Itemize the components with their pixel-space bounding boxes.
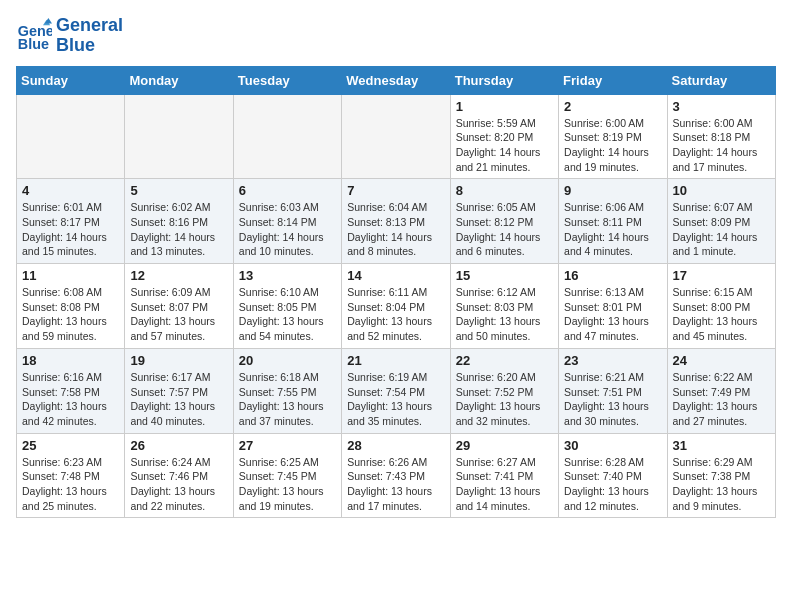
calendar-cell (233, 94, 341, 179)
day-info: Sunrise: 6:11 AMSunset: 8:04 PMDaylight:… (347, 285, 444, 344)
calendar-cell: 9Sunrise: 6:06 AMSunset: 8:11 PMDaylight… (559, 179, 667, 264)
calendar-week-row: 18Sunrise: 6:16 AMSunset: 7:58 PMDayligh… (17, 348, 776, 433)
day-info: Sunrise: 6:09 AMSunset: 8:07 PMDaylight:… (130, 285, 227, 344)
day-number: 16 (564, 268, 661, 283)
calendar-cell (342, 94, 450, 179)
calendar-cell: 28Sunrise: 6:26 AMSunset: 7:43 PMDayligh… (342, 433, 450, 518)
day-info: Sunrise: 6:21 AMSunset: 7:51 PMDaylight:… (564, 370, 661, 429)
calendar-cell: 23Sunrise: 6:21 AMSunset: 7:51 PMDayligh… (559, 348, 667, 433)
calendar-week-row: 4Sunrise: 6:01 AMSunset: 8:17 PMDaylight… (17, 179, 776, 264)
calendar-cell: 13Sunrise: 6:10 AMSunset: 8:05 PMDayligh… (233, 264, 341, 349)
calendar-cell: 22Sunrise: 6:20 AMSunset: 7:52 PMDayligh… (450, 348, 558, 433)
calendar-cell: 30Sunrise: 6:28 AMSunset: 7:40 PMDayligh… (559, 433, 667, 518)
calendar-header-row: SundayMondayTuesdayWednesdayThursdayFrid… (17, 66, 776, 94)
calendar-week-row: 1Sunrise: 5:59 AMSunset: 8:20 PMDaylight… (17, 94, 776, 179)
calendar-header-sunday: Sunday (17, 66, 125, 94)
day-info: Sunrise: 6:18 AMSunset: 7:55 PMDaylight:… (239, 370, 336, 429)
day-number: 22 (456, 353, 553, 368)
day-number: 19 (130, 353, 227, 368)
calendar-cell: 11Sunrise: 6:08 AMSunset: 8:08 PMDayligh… (17, 264, 125, 349)
calendar-cell (17, 94, 125, 179)
day-info: Sunrise: 6:23 AMSunset: 7:48 PMDaylight:… (22, 455, 119, 514)
calendar-cell: 7Sunrise: 6:04 AMSunset: 8:13 PMDaylight… (342, 179, 450, 264)
day-number: 29 (456, 438, 553, 453)
calendar-week-row: 11Sunrise: 6:08 AMSunset: 8:08 PMDayligh… (17, 264, 776, 349)
calendar-cell: 6Sunrise: 6:03 AMSunset: 8:14 PMDaylight… (233, 179, 341, 264)
day-number: 24 (673, 353, 770, 368)
day-number: 5 (130, 183, 227, 198)
day-info: Sunrise: 6:00 AMSunset: 8:18 PMDaylight:… (673, 116, 770, 175)
calendar-cell: 15Sunrise: 6:12 AMSunset: 8:03 PMDayligh… (450, 264, 558, 349)
day-number: 15 (456, 268, 553, 283)
calendar-cell: 8Sunrise: 6:05 AMSunset: 8:12 PMDaylight… (450, 179, 558, 264)
day-info: Sunrise: 6:29 AMSunset: 7:38 PMDaylight:… (673, 455, 770, 514)
day-info: Sunrise: 6:25 AMSunset: 7:45 PMDaylight:… (239, 455, 336, 514)
day-info: Sunrise: 6:16 AMSunset: 7:58 PMDaylight:… (22, 370, 119, 429)
calendar-header-monday: Monday (125, 66, 233, 94)
calendar-cell: 1Sunrise: 5:59 AMSunset: 8:20 PMDaylight… (450, 94, 558, 179)
day-number: 18 (22, 353, 119, 368)
logo-wordmark: General Blue (56, 16, 123, 56)
calendar-cell: 29Sunrise: 6:27 AMSunset: 7:41 PMDayligh… (450, 433, 558, 518)
day-number: 31 (673, 438, 770, 453)
calendar-cell: 25Sunrise: 6:23 AMSunset: 7:48 PMDayligh… (17, 433, 125, 518)
day-number: 26 (130, 438, 227, 453)
day-info: Sunrise: 6:20 AMSunset: 7:52 PMDaylight:… (456, 370, 553, 429)
calendar-week-row: 25Sunrise: 6:23 AMSunset: 7:48 PMDayligh… (17, 433, 776, 518)
day-info: Sunrise: 6:00 AMSunset: 8:19 PMDaylight:… (564, 116, 661, 175)
day-info: Sunrise: 6:13 AMSunset: 8:01 PMDaylight:… (564, 285, 661, 344)
day-info: Sunrise: 6:15 AMSunset: 8:00 PMDaylight:… (673, 285, 770, 344)
day-number: 23 (564, 353, 661, 368)
day-info: Sunrise: 6:26 AMSunset: 7:43 PMDaylight:… (347, 455, 444, 514)
day-info: Sunrise: 6:03 AMSunset: 8:14 PMDaylight:… (239, 200, 336, 259)
calendar-cell: 18Sunrise: 6:16 AMSunset: 7:58 PMDayligh… (17, 348, 125, 433)
day-number: 28 (347, 438, 444, 453)
day-info: Sunrise: 6:10 AMSunset: 8:05 PMDaylight:… (239, 285, 336, 344)
calendar-header-wednesday: Wednesday (342, 66, 450, 94)
day-info: Sunrise: 6:02 AMSunset: 8:16 PMDaylight:… (130, 200, 227, 259)
calendar-header-friday: Friday (559, 66, 667, 94)
calendar-cell: 5Sunrise: 6:02 AMSunset: 8:16 PMDaylight… (125, 179, 233, 264)
calendar-header-tuesday: Tuesday (233, 66, 341, 94)
calendar-cell: 2Sunrise: 6:00 AMSunset: 8:19 PMDaylight… (559, 94, 667, 179)
day-number: 8 (456, 183, 553, 198)
logo: General Blue General Blue (16, 16, 123, 56)
day-info: Sunrise: 6:24 AMSunset: 7:46 PMDaylight:… (130, 455, 227, 514)
day-number: 11 (22, 268, 119, 283)
day-number: 3 (673, 99, 770, 114)
day-info: Sunrise: 6:07 AMSunset: 8:09 PMDaylight:… (673, 200, 770, 259)
calendar-cell: 12Sunrise: 6:09 AMSunset: 8:07 PMDayligh… (125, 264, 233, 349)
svg-marker-3 (45, 18, 52, 23)
logo-icon: General Blue (16, 18, 52, 54)
day-number: 10 (673, 183, 770, 198)
calendar-cell: 24Sunrise: 6:22 AMSunset: 7:49 PMDayligh… (667, 348, 775, 433)
day-number: 13 (239, 268, 336, 283)
day-number: 17 (673, 268, 770, 283)
day-number: 21 (347, 353, 444, 368)
calendar-cell: 19Sunrise: 6:17 AMSunset: 7:57 PMDayligh… (125, 348, 233, 433)
calendar-cell: 4Sunrise: 6:01 AMSunset: 8:17 PMDaylight… (17, 179, 125, 264)
day-number: 20 (239, 353, 336, 368)
calendar-cell: 16Sunrise: 6:13 AMSunset: 8:01 PMDayligh… (559, 264, 667, 349)
day-number: 9 (564, 183, 661, 198)
day-info: Sunrise: 5:59 AMSunset: 8:20 PMDaylight:… (456, 116, 553, 175)
calendar-cell: 21Sunrise: 6:19 AMSunset: 7:54 PMDayligh… (342, 348, 450, 433)
day-number: 27 (239, 438, 336, 453)
calendar-cell: 3Sunrise: 6:00 AMSunset: 8:18 PMDaylight… (667, 94, 775, 179)
header: General Blue General Blue (16, 16, 776, 56)
calendar-table: SundayMondayTuesdayWednesdayThursdayFrid… (16, 66, 776, 519)
day-number: 2 (564, 99, 661, 114)
day-number: 7 (347, 183, 444, 198)
calendar-cell: 26Sunrise: 6:24 AMSunset: 7:46 PMDayligh… (125, 433, 233, 518)
calendar-header-saturday: Saturday (667, 66, 775, 94)
day-number: 1 (456, 99, 553, 114)
day-info: Sunrise: 6:28 AMSunset: 7:40 PMDaylight:… (564, 455, 661, 514)
day-info: Sunrise: 6:17 AMSunset: 7:57 PMDaylight:… (130, 370, 227, 429)
day-info: Sunrise: 6:08 AMSunset: 8:08 PMDaylight:… (22, 285, 119, 344)
calendar-cell: 31Sunrise: 6:29 AMSunset: 7:38 PMDayligh… (667, 433, 775, 518)
day-info: Sunrise: 6:04 AMSunset: 8:13 PMDaylight:… (347, 200, 444, 259)
calendar-cell: 14Sunrise: 6:11 AMSunset: 8:04 PMDayligh… (342, 264, 450, 349)
svg-text:Blue: Blue (18, 35, 49, 51)
day-number: 25 (22, 438, 119, 453)
day-info: Sunrise: 6:06 AMSunset: 8:11 PMDaylight:… (564, 200, 661, 259)
